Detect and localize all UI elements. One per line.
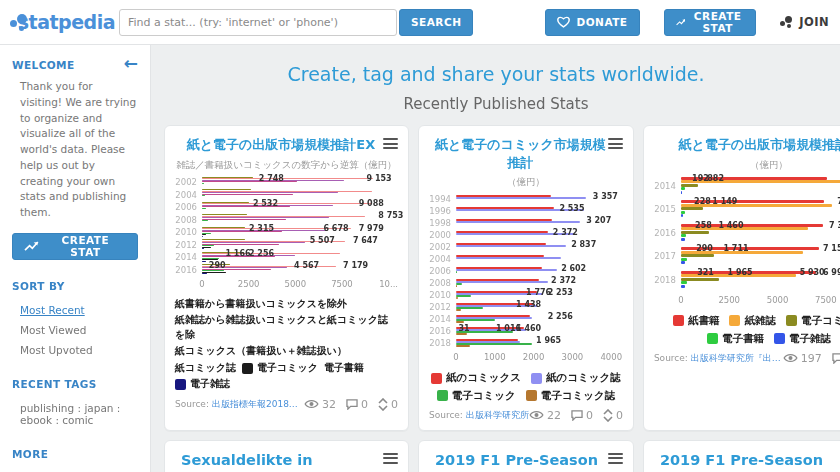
bar-chart: 20022 7489 153200420062 5329 08820088 75… <box>175 177 398 291</box>
bar-row: 20101 7762 253 <box>429 290 623 300</box>
bar <box>681 207 703 210</box>
bar <box>202 261 206 262</box>
stat-card: 2019 F1 Pre-Season Testing Week 1 Vettel… <box>418 440 634 472</box>
legend-item: 紙コミック誌 <box>175 361 236 376</box>
bar <box>456 283 462 285</box>
hamburger-menu-icon[interactable] <box>608 453 623 467</box>
bar <box>202 194 293 195</box>
value-label: 2 372 <box>551 276 576 285</box>
sidebar-item-about-us[interactable]: About Us <box>12 468 138 472</box>
bar <box>202 183 204 184</box>
bar <box>202 208 206 209</box>
y-axis-label: 2015 <box>654 204 681 214</box>
value-label: 7 370 <box>829 221 840 230</box>
value-label: 2 748 <box>259 174 284 183</box>
recent-tag-link[interactable]: publishing : japan : ebook : comic <box>12 398 138 430</box>
legend-item: 紙コミックス（書籍扱い＋雑誌扱い） <box>175 344 347 359</box>
y-axis-label: 2006 <box>429 266 456 276</box>
legend-label: 電子書籍 <box>722 331 764 346</box>
source-link[interactable]: 出版指標年報2018年版 <box>212 398 304 411</box>
sort-by-section: SORT BY Most Recent Most Viewed Most Upv… <box>12 280 138 360</box>
updown-votes-icon[interactable] <box>378 398 388 411</box>
back-arrow-icon[interactable]: ← <box>124 55 138 72</box>
bar-row: 19983 207 <box>429 218 623 228</box>
value-label: 6 991 <box>823 268 840 277</box>
bar <box>681 261 685 264</box>
x-tick: 5000 <box>284 279 306 289</box>
value-label: 7 179 <box>343 261 368 270</box>
create-stat-button[interactable]: CREATE STAT <box>664 9 757 36</box>
top-navbar: statpedia SEARCH DONATE CREATE STAT JOIN… <box>0 0 840 45</box>
value-label: 3 357 <box>593 192 618 201</box>
y-axis-label: 2008 <box>175 215 202 225</box>
donate-button[interactable]: DONATE <box>545 9 639 36</box>
legend-label: 電子コミック <box>257 361 318 376</box>
legend-swatch <box>729 315 740 326</box>
stat-card-title[interactable]: Sexualdelikte in Dortmund 2014 bis 2018 <box>175 449 383 472</box>
card-footer: Source: 出版科学研究所 22 0 0 <box>429 409 623 422</box>
legend-swatch <box>673 315 684 326</box>
stat-card: 2019 F1 Pre-Season Testing Long-Run Time… <box>643 440 840 472</box>
sidebar: ← WELCOME Thank you for visiting! We are… <box>0 45 151 472</box>
value-label: 5 507 <box>310 236 335 245</box>
legend-item: 紙のコミック誌 <box>531 370 621 385</box>
stat-card-title[interactable]: 2019 F1 Pre-Season Testing Week 1 Vettel… <box>429 449 608 472</box>
stat-card-title[interactable]: 2019 F1 Pre-Season Testing Long-Run Time… <box>654 449 840 472</box>
welcome-text: Thank you for visiting! We are trying to… <box>12 79 138 221</box>
donate-label: DONATE <box>576 16 627 28</box>
legend-label: 電子書籍 <box>324 361 364 376</box>
value-label: 31 <box>458 324 469 333</box>
source-link[interactable]: 出版科学研究所 <box>466 409 529 422</box>
value-label: 1 438 <box>516 300 541 309</box>
stat-card-title[interactable]: 紙と電子のコミック市場規模推計 <box>429 134 608 171</box>
bar <box>202 273 207 274</box>
join-link[interactable]: JOIN <box>780 15 829 29</box>
hamburger-menu-icon[interactable] <box>383 453 398 467</box>
y-axis-label: 1996 <box>429 206 456 216</box>
sidebar-item-most-upvoted[interactable]: Most Upvoted <box>12 340 138 360</box>
source-link[interactable]: 出版科学研究所『出版月報』... <box>691 352 783 365</box>
value-label: 2 253 <box>548 288 573 297</box>
legend-label: 紙書籍から書籍扱いコミックスを除外 <box>175 297 347 312</box>
legend-swatch <box>431 373 442 384</box>
stat-card-subtitle: （億円） <box>654 158 840 171</box>
x-tick: 7500 <box>815 295 837 305</box>
brand-logo[interactable]: statpedia <box>10 11 115 33</box>
bar-row: 20082 372 <box>429 278 623 288</box>
legend-label: 紙雑誌 <box>744 313 776 328</box>
legend-swatch <box>526 390 537 401</box>
x-tick: 4000 <box>600 352 622 362</box>
legend-label: 電子雑誌 <box>789 331 831 346</box>
search-input[interactable] <box>119 9 397 36</box>
stat-card: 紙と電子のコミック市場規模推計 （億円） 19943 35719962 5351… <box>418 125 634 431</box>
bar <box>456 285 457 287</box>
value-label: 3 207 <box>586 216 611 225</box>
hamburger-menu-icon[interactable] <box>608 138 623 152</box>
stat-card-subtitle: 雑誌／書籍扱いコミックスの数字から逆算（億円） <box>175 158 398 171</box>
votes-count: 0 <box>616 409 623 422</box>
bar-row: 20162904 5677 179 <box>175 264 398 275</box>
bar-row: 20162581 4607 370 <box>654 224 840 242</box>
updown-votes-icon[interactable] <box>603 409 613 422</box>
source-label: Source: <box>175 399 209 409</box>
sidebar-item-most-recent[interactable]: Most Recent <box>12 300 138 320</box>
value-label: 1 460 <box>718 221 743 230</box>
y-axis-label: 2016 <box>175 265 202 275</box>
value-label: 258 <box>695 221 712 230</box>
bar-row: 20022 837 <box>429 242 623 252</box>
chart-legend: 紙書籍紙雑誌電子コミック電子書籍電子雑誌 <box>654 313 840 345</box>
bar <box>456 345 470 347</box>
hamburger-menu-icon[interactable] <box>383 138 398 152</box>
stat-card-title[interactable]: 紙と電子の出版市場規模推計EX <box>175 134 383 154</box>
search-button[interactable]: SEARCH <box>399 9 473 36</box>
y-axis-label: 2016 <box>429 326 456 336</box>
recent-tags-heading: RECENT TAGS <box>12 378 138 390</box>
stat-card-title[interactable]: 紙と電子の出版市場規模推計 <box>654 134 840 154</box>
legend-label: 紙コミックス（書籍扱い＋雑誌扱い） <box>175 344 347 359</box>
y-axis-label: 2002 <box>429 242 456 252</box>
y-axis-label: 1998 <box>429 218 456 228</box>
bar-row: 20142 256 <box>429 314 623 324</box>
bar-chart: 19943 35719962 53519983 20720002 3722002… <box>429 194 623 364</box>
sidebar-create-stat-button[interactable]: CREATE STAT <box>12 233 138 260</box>
sidebar-item-most-viewed[interactable]: Most Viewed <box>12 320 138 340</box>
